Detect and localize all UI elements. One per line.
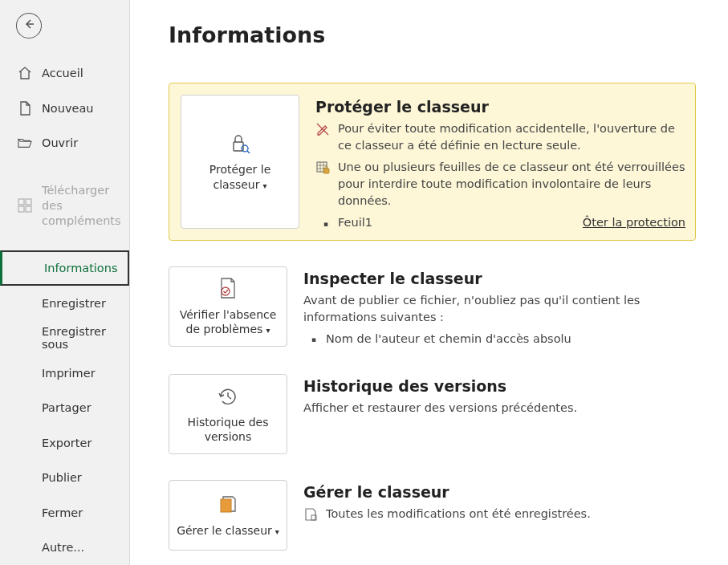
sidebar-item-informations[interactable]: Informations bbox=[0, 250, 129, 286]
sidebar-item-label: Fermer bbox=[42, 506, 83, 519]
back-button[interactable] bbox=[16, 13, 42, 39]
svg-rect-1 bbox=[26, 199, 31, 205]
sidebar-item-share[interactable]: Partager bbox=[0, 390, 129, 425]
check-issues-button[interactable]: Vérifier l'absence de problèmes▾ bbox=[169, 266, 287, 347]
lock-search-icon bbox=[228, 132, 252, 156]
inspect-bullet: Nom de l'auteur et chemin d'accès absolu bbox=[303, 331, 696, 348]
sidebar-item-more[interactable]: Autre... bbox=[0, 530, 129, 565]
sidebar-item-label: Publier bbox=[42, 471, 82, 484]
svg-rect-3 bbox=[26, 206, 31, 212]
chevron-down-icon: ▾ bbox=[266, 326, 270, 335]
document-save-icon bbox=[303, 507, 318, 522]
button-label: Historique des versions bbox=[176, 415, 280, 444]
sidebar-item-label: Imprimer bbox=[42, 367, 96, 380]
workbook-stack-icon bbox=[217, 493, 239, 517]
main-content: Informations Protéger le classeur▾ Proté… bbox=[130, 0, 728, 565]
sidebar-item-new[interactable]: Nouveau bbox=[0, 91, 129, 126]
folder-open-icon bbox=[18, 136, 32, 150]
sidebar-item-label: Enregistrer bbox=[42, 297, 106, 310]
unprotect-link[interactable]: Ôter la protection bbox=[583, 216, 685, 229]
sidebar-item-label: Exporter bbox=[42, 437, 92, 449]
new-doc-icon bbox=[18, 101, 32, 116]
svg-point-5 bbox=[242, 145, 248, 152]
locked-sheet-name: Feuil1 bbox=[338, 216, 372, 229]
manage-text: Toutes les modifications ont été enregis… bbox=[326, 506, 591, 522]
sidebar-item-print[interactable]: Imprimer bbox=[0, 356, 129, 391]
manage-section: Gérer le classeur▾ Gérer le classeur Tou… bbox=[169, 480, 696, 551]
addins-icon bbox=[18, 198, 32, 213]
sidebar-item-label: Ouvrir bbox=[42, 136, 78, 149]
sheet-lock-icon bbox=[315, 161, 330, 175]
button-label: Gérer le classeur▾ bbox=[177, 523, 279, 538]
sidebar-item-label: Télécharger des compléments bbox=[42, 183, 123, 229]
svg-point-8 bbox=[222, 287, 230, 295]
manage-workbook-button[interactable]: Gérer le classeur▾ bbox=[169, 480, 287, 551]
svg-rect-0 bbox=[18, 199, 24, 205]
sidebar-item-save-as[interactable]: Enregistrer sous bbox=[0, 320, 129, 356]
protect-row-text: Pour éviter toute modification accidente… bbox=[338, 120, 685, 154]
sidebar-item-label: Enregistrer sous bbox=[42, 325, 123, 351]
sidebar-item-save[interactable]: Enregistrer bbox=[0, 286, 129, 321]
protect-workbook-button[interactable]: Protéger le classeur▾ bbox=[181, 95, 299, 229]
document-check-icon bbox=[217, 277, 239, 301]
protect-locked-sheets-row: Une ou plusieurs feuilles de ce classeur… bbox=[315, 159, 685, 209]
sidebar-item-label: Partager bbox=[42, 401, 92, 414]
sidebar-item-label: Autre... bbox=[42, 541, 84, 554]
history-text: Afficher et restaurer des versions précé… bbox=[303, 400, 696, 417]
pen-slash-icon bbox=[315, 122, 330, 136]
sidebar-item-label: Informations bbox=[44, 262, 118, 274]
protect-title: Protéger le classeur bbox=[315, 98, 685, 116]
history-clock-icon bbox=[216, 384, 240, 409]
svg-rect-9 bbox=[221, 499, 231, 512]
sidebar-item-home[interactable]: Accueil bbox=[0, 56, 129, 91]
sidebar-item-export[interactable]: Exporter bbox=[0, 425, 129, 461]
sidebar-item-open[interactable]: Ouvrir bbox=[0, 126, 129, 161]
inspect-text: Avant de publier ce fichier, n'oubliez p… bbox=[303, 292, 696, 326]
manage-title: Gérer le classeur bbox=[303, 483, 696, 501]
sidebar-item-publish[interactable]: Publier bbox=[0, 460, 129, 495]
sidebar-item-label: Accueil bbox=[42, 67, 83, 79]
inspect-section: Vérifier l'absence de problèmes▾ Inspect… bbox=[169, 266, 696, 348]
protect-readonly-row: Pour éviter toute modification accidente… bbox=[315, 120, 685, 154]
backstage-sidebar: Accueil Nouveau Ouvrir Télécharger des c… bbox=[0, 0, 130, 565]
history-title: Historique des versions bbox=[303, 377, 696, 395]
svg-rect-2 bbox=[18, 206, 24, 212]
arrow-left-icon bbox=[22, 18, 35, 34]
home-icon bbox=[18, 66, 32, 80]
version-history-button[interactable]: Historique des versions bbox=[169, 374, 287, 454]
inspect-title: Inspecter le classeur bbox=[303, 270, 696, 287]
protect-row-text: Une ou plusieurs feuilles de ce classeur… bbox=[338, 159, 685, 209]
chevron-down-icon: ▾ bbox=[275, 527, 279, 536]
protect-panel: Protéger le classeur▾ Protéger le classe… bbox=[169, 83, 696, 241]
sidebar-item-label: Nouveau bbox=[42, 102, 94, 115]
history-section: Historique des versions Historique des v… bbox=[169, 374, 696, 454]
button-label: Protéger le classeur▾ bbox=[188, 162, 292, 191]
button-label: Vérifier l'absence de problèmes▾ bbox=[176, 307, 280, 336]
svg-rect-7 bbox=[323, 169, 329, 173]
sidebar-item-addins[interactable]: Télécharger des compléments bbox=[0, 175, 129, 237]
sidebar-item-close[interactable]: Fermer bbox=[0, 495, 129, 530]
page-title: Informations bbox=[169, 22, 696, 47]
chevron-down-icon: ▾ bbox=[262, 181, 266, 190]
